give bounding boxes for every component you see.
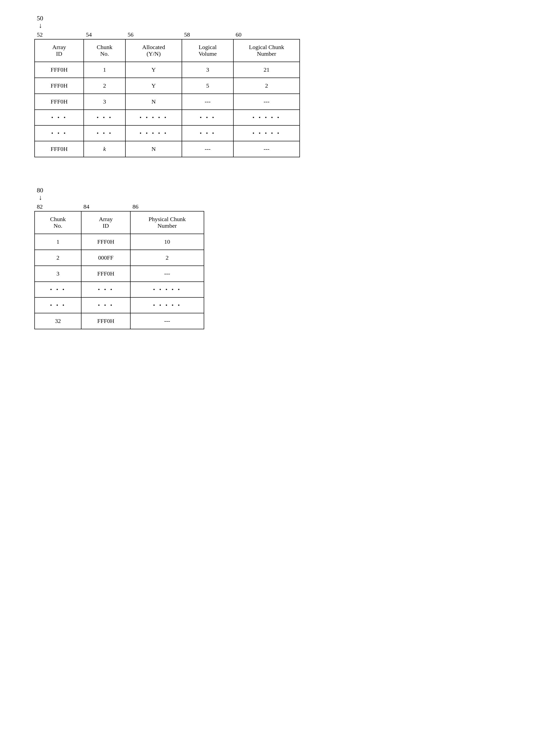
table-1-header-chunk-no: ChunkNo. bbox=[84, 39, 125, 62]
col-label-86: 86 bbox=[130, 203, 204, 210]
table-1-row2-col3: Y bbox=[125, 78, 182, 94]
table-2-row3-col3: --- bbox=[130, 266, 204, 282]
table-1-dots1-col4: • • • bbox=[182, 110, 233, 125]
table-2-header-physical-chunk: Physical ChunkNumber bbox=[130, 211, 204, 234]
table-row: 1 FFF0H 10 bbox=[35, 234, 204, 250]
table-1-rowlast-col3: N bbox=[125, 141, 182, 157]
table-1-row1-col1: FFF0H bbox=[35, 62, 84, 78]
table-1-dots2-col5: • • • • • bbox=[233, 125, 300, 141]
table-1-row2-col2: 2 bbox=[84, 78, 125, 94]
table-row: FFF0H 2 Y 5 2 bbox=[35, 78, 300, 94]
table-1-dots2-col1: • • • bbox=[35, 125, 84, 141]
col-label-56: 56 bbox=[125, 31, 182, 38]
table-2-row2-col1: 2 bbox=[35, 250, 81, 266]
table-1-header-logical-volume: LogicalVolume bbox=[182, 39, 233, 62]
table-2-row1-col3: 10 bbox=[130, 234, 204, 250]
table-1-row3-col4: --- bbox=[182, 94, 233, 110]
table-1-row1-col5: 21 bbox=[233, 62, 300, 78]
main-container: 50 ↓ 52 54 56 58 60 ArrayID ChunkNo. All… bbox=[20, 15, 517, 329]
col-label-58: 58 bbox=[182, 31, 233, 38]
table-2-rowlast-col3: --- bbox=[130, 313, 204, 329]
diagram-2-col-labels: 82 84 86 bbox=[34, 203, 204, 210]
table-1-row1-col4: 3 bbox=[182, 62, 233, 78]
diagram-1-block: 50 ↓ 52 54 56 58 60 ArrayID ChunkNo. All… bbox=[34, 15, 300, 157]
table-row: 3 FFF0H --- bbox=[35, 266, 204, 282]
table-1-dots2-col2: • • • bbox=[84, 125, 125, 141]
table-1-dots1-col1: • • • bbox=[35, 110, 84, 125]
table-2-row3-col1: 3 bbox=[35, 266, 81, 282]
table-2-header-row: ChunkNo. ArrayID Physical ChunkNumber bbox=[35, 211, 204, 234]
col-label-60: 60 bbox=[233, 31, 300, 38]
table-row: 32 FFF0H --- bbox=[35, 313, 204, 329]
table-1-header-array-id: ArrayID bbox=[35, 39, 84, 62]
table-row: FFF0H k N --- --- bbox=[35, 141, 300, 157]
col-label-82: 82 bbox=[34, 203, 81, 210]
table-2-row2-col3: 2 bbox=[130, 250, 204, 266]
table-1-dots1-col3: • • • • • bbox=[125, 110, 182, 125]
table-1-row3-col2: 3 bbox=[84, 94, 125, 110]
table-2-dots2-col3: • • • • • bbox=[130, 298, 204, 313]
diagram-1-number: 50 bbox=[37, 15, 43, 22]
table-row: • • • • • • • • • • • bbox=[35, 298, 204, 313]
table-1-rowlast-col1: FFF0H bbox=[35, 141, 84, 157]
table-2-rowlast-col1: 32 bbox=[35, 313, 81, 329]
table-2-row3-col2: FFF0H bbox=[81, 266, 130, 282]
table-2-row1-col2: FFF0H bbox=[81, 234, 130, 250]
table-1-rowlast-col4: --- bbox=[182, 141, 233, 157]
table-2-rowlast-col2: FFF0H bbox=[81, 313, 130, 329]
table-2-row2-col2: 000FF bbox=[81, 250, 130, 266]
table-2-dots2-col1: • • • bbox=[35, 298, 81, 313]
diagram-1-arrow-symbol: ↓ bbox=[39, 22, 42, 29]
col-label-52: 52 bbox=[34, 31, 83, 38]
table-1-dots2-col4: • • • bbox=[182, 125, 233, 141]
table-1-row2-col5: 2 bbox=[233, 78, 300, 94]
table-row: • • • • • • • • • • • • • • • • • • • bbox=[35, 125, 300, 141]
table-row: FFF0H 3 N --- --- bbox=[35, 94, 300, 110]
table-1-dots1-col5: • • • • • bbox=[233, 110, 300, 125]
table-1-header-logical-chunk: Logical ChunkNumber bbox=[233, 39, 300, 62]
table-1-header-row: ArrayID ChunkNo. Allocated(Y/N) LogicalV… bbox=[35, 39, 300, 62]
table-1-row1-col2: 1 bbox=[84, 62, 125, 78]
table-row: 2 000FF 2 bbox=[35, 250, 204, 266]
table-2-dots1-col1: • • • bbox=[35, 282, 81, 298]
table-2-dots2-col2: • • • bbox=[81, 298, 130, 313]
table-row: FFF0H 1 Y 3 21 bbox=[35, 62, 300, 78]
col-label-54: 54 bbox=[83, 31, 125, 38]
table-1-row2-col1: FFF0H bbox=[35, 78, 84, 94]
table-row: • • • • • • • • • • • bbox=[35, 282, 204, 298]
table-1-row3-col3: N bbox=[125, 94, 182, 110]
table-1-row3-col1: FFF0H bbox=[35, 94, 84, 110]
table-1-dots2-col3: • • • • • bbox=[125, 125, 182, 141]
diagram-1-col-labels: 52 54 56 58 60 bbox=[34, 31, 300, 38]
table-1-dots1-col2: • • • bbox=[84, 110, 125, 125]
table-2-row1-col1: 1 bbox=[35, 234, 81, 250]
diagram-2-block: 80 ↓ 82 84 86 ChunkNo. ArrayID Physical … bbox=[34, 187, 204, 329]
table-1-rowlast-col2: k bbox=[84, 141, 125, 157]
table-1: ArrayID ChunkNo. Allocated(Y/N) LogicalV… bbox=[34, 39, 300, 157]
diagram-2-arrow: 80 ↓ bbox=[34, 187, 204, 201]
table-2-dots1-col3: • • • • • bbox=[130, 282, 204, 298]
table-1-row1-col3: Y bbox=[125, 62, 182, 78]
table-row: • • • • • • • • • • • • • • • • • • • bbox=[35, 110, 300, 125]
table-1-row3-col5: --- bbox=[233, 94, 300, 110]
diagram-2-number: 80 bbox=[37, 187, 43, 194]
table-2: ChunkNo. ArrayID Physical ChunkNumber 1 … bbox=[34, 211, 204, 329]
diagram-2-arrow-symbol: ↓ bbox=[39, 194, 42, 201]
table-2-header-chunk-no: ChunkNo. bbox=[35, 211, 81, 234]
table-1-header-allocated: Allocated(Y/N) bbox=[125, 39, 182, 62]
diagram-1-arrow: 50 ↓ bbox=[34, 15, 300, 29]
table-1-rowlast-col5: --- bbox=[233, 141, 300, 157]
col-label-84: 84 bbox=[81, 203, 130, 210]
table-2-header-array-id: ArrayID bbox=[81, 211, 130, 234]
table-2-dots1-col2: • • • bbox=[81, 282, 130, 298]
table-1-row2-col4: 5 bbox=[182, 78, 233, 94]
